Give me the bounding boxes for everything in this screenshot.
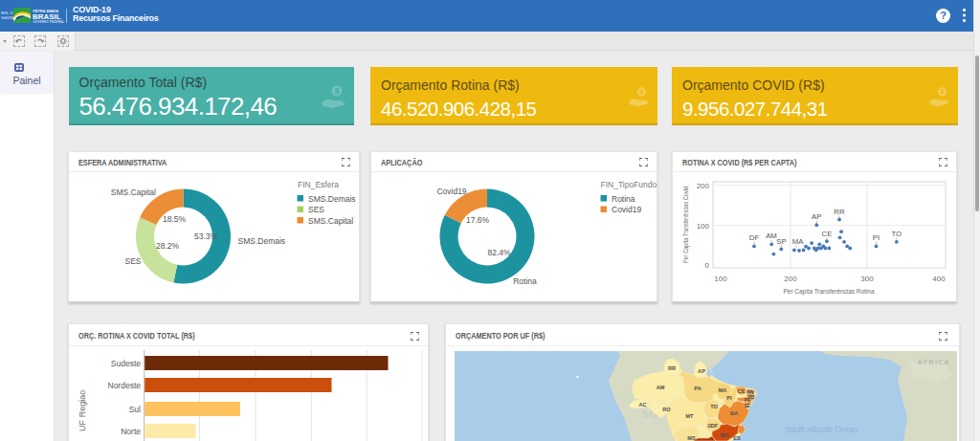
svg-text:$: $: [334, 86, 339, 96]
